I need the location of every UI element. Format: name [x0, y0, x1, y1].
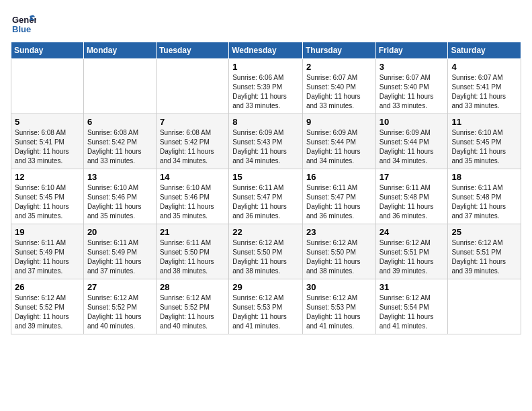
calendar-cell: 29Sunrise: 6:12 AM Sunset: 5:53 PM Dayli…: [229, 279, 303, 334]
weekday-header: Monday: [83, 42, 156, 59]
day-number: 4: [451, 62, 517, 72]
cell-details: Sunrise: 6:12 AM Sunset: 5:50 PM Dayligh…: [232, 238, 299, 276]
weekday-header: Sunday: [11, 42, 84, 59]
day-number: 22: [232, 227, 299, 237]
logo: General Blue: [11, 11, 36, 36]
calendar-cell: 31Sunrise: 6:12 AM Sunset: 5:54 PM Dayli…: [375, 279, 448, 334]
weekday-header: Saturday: [448, 42, 521, 59]
cell-details: Sunrise: 6:11 AM Sunset: 5:48 PM Dayligh…: [380, 183, 445, 221]
day-number: 13: [87, 172, 152, 182]
calendar-cell: 28Sunrise: 6:12 AM Sunset: 5:52 PM Dayli…: [156, 279, 228, 334]
day-number: 21: [160, 227, 225, 237]
calendar-cell: [11, 59, 84, 114]
day-number: 16: [306, 172, 372, 182]
calendar-cell: 22Sunrise: 6:12 AM Sunset: 5:50 PM Dayli…: [229, 224, 303, 279]
day-number: 27: [87, 282, 152, 292]
cell-details: Sunrise: 6:06 AM Sunset: 5:39 PM Dayligh…: [232, 73, 299, 111]
day-number: 7: [160, 117, 225, 127]
cell-details: Sunrise: 6:08 AM Sunset: 5:42 PM Dayligh…: [87, 128, 152, 166]
page-header: General Blue: [11, 11, 521, 36]
calendar-cell: 12Sunrise: 6:10 AM Sunset: 5:45 PM Dayli…: [11, 169, 84, 224]
cell-details: Sunrise: 6:10 AM Sunset: 5:45 PM Dayligh…: [451, 128, 517, 166]
cell-details: Sunrise: 6:11 AM Sunset: 5:49 PM Dayligh…: [15, 238, 80, 276]
day-number: 25: [451, 227, 517, 237]
day-number: 8: [232, 117, 299, 127]
calendar-cell: 18Sunrise: 6:11 AM Sunset: 5:48 PM Dayli…: [448, 169, 521, 224]
day-number: 29: [232, 282, 299, 292]
day-number: 30: [306, 282, 372, 292]
cell-details: Sunrise: 6:12 AM Sunset: 5:53 PM Dayligh…: [232, 293, 299, 331]
day-number: 14: [160, 172, 225, 182]
cell-details: Sunrise: 6:11 AM Sunset: 5:49 PM Dayligh…: [87, 238, 152, 276]
calendar-cell: [156, 59, 228, 114]
calendar-cell: 4Sunrise: 6:07 AM Sunset: 5:41 PM Daylig…: [448, 59, 521, 114]
cell-details: Sunrise: 6:10 AM Sunset: 5:45 PM Dayligh…: [15, 183, 80, 221]
calendar-cell: 23Sunrise: 6:12 AM Sunset: 5:50 PM Dayli…: [302, 224, 375, 279]
calendar-week-row: 12Sunrise: 6:10 AM Sunset: 5:45 PM Dayli…: [11, 169, 521, 224]
calendar-cell: 17Sunrise: 6:11 AM Sunset: 5:48 PM Dayli…: [375, 169, 448, 224]
calendar-cell: 20Sunrise: 6:11 AM Sunset: 5:49 PM Dayli…: [83, 224, 156, 279]
calendar-cell: 5Sunrise: 6:08 AM Sunset: 5:41 PM Daylig…: [11, 114, 84, 169]
cell-details: Sunrise: 6:11 AM Sunset: 5:48 PM Dayligh…: [451, 183, 517, 221]
day-number: 20: [87, 227, 152, 237]
day-number: 5: [15, 117, 80, 127]
calendar-cell: 19Sunrise: 6:11 AM Sunset: 5:49 PM Dayli…: [11, 224, 84, 279]
cell-details: Sunrise: 6:07 AM Sunset: 5:41 PM Dayligh…: [451, 73, 517, 111]
weekday-header: Friday: [375, 42, 448, 59]
calendar-cell: 24Sunrise: 6:12 AM Sunset: 5:51 PM Dayli…: [375, 224, 448, 279]
day-number: 12: [15, 172, 80, 182]
calendar-week-row: 5Sunrise: 6:08 AM Sunset: 5:41 PM Daylig…: [11, 114, 521, 169]
cell-details: Sunrise: 6:10 AM Sunset: 5:46 PM Dayligh…: [160, 183, 225, 221]
cell-details: Sunrise: 6:08 AM Sunset: 5:41 PM Dayligh…: [15, 128, 80, 166]
day-number: 10: [380, 117, 445, 127]
cell-details: Sunrise: 6:09 AM Sunset: 5:44 PM Dayligh…: [306, 128, 372, 166]
calendar-week-row: 26Sunrise: 6:12 AM Sunset: 5:52 PM Dayli…: [11, 279, 521, 334]
day-number: 24: [380, 227, 445, 237]
calendar-cell: 3Sunrise: 6:07 AM Sunset: 5:40 PM Daylig…: [375, 59, 448, 114]
calendar-cell: 30Sunrise: 6:12 AM Sunset: 5:53 PM Dayli…: [302, 279, 375, 334]
calendar-cell: [83, 59, 156, 114]
day-number: 19: [15, 227, 80, 237]
calendar-cell: 14Sunrise: 6:10 AM Sunset: 5:46 PM Dayli…: [156, 169, 228, 224]
calendar-cell: 8Sunrise: 6:09 AM Sunset: 5:43 PM Daylig…: [229, 114, 303, 169]
cell-details: Sunrise: 6:07 AM Sunset: 5:40 PM Dayligh…: [306, 73, 372, 111]
weekday-header: Thursday: [302, 42, 375, 59]
cell-details: Sunrise: 6:09 AM Sunset: 5:43 PM Dayligh…: [232, 128, 299, 166]
day-number: 11: [451, 117, 517, 127]
weekday-header: Tuesday: [156, 42, 228, 59]
cell-details: Sunrise: 6:11 AM Sunset: 5:47 PM Dayligh…: [232, 183, 299, 221]
calendar-cell: 27Sunrise: 6:12 AM Sunset: 5:52 PM Dayli…: [83, 279, 156, 334]
cell-details: Sunrise: 6:11 AM Sunset: 5:47 PM Dayligh…: [306, 183, 372, 221]
calendar-cell: [448, 279, 521, 334]
cell-details: Sunrise: 6:07 AM Sunset: 5:40 PM Dayligh…: [380, 73, 445, 111]
day-number: 3: [380, 62, 445, 72]
day-number: 28: [160, 282, 225, 292]
cell-details: Sunrise: 6:10 AM Sunset: 5:46 PM Dayligh…: [87, 183, 152, 221]
day-number: 15: [232, 172, 299, 182]
calendar-cell: 2Sunrise: 6:07 AM Sunset: 5:40 PM Daylig…: [302, 59, 375, 114]
day-number: 9: [306, 117, 372, 127]
calendar-cell: 21Sunrise: 6:11 AM Sunset: 5:50 PM Dayli…: [156, 224, 228, 279]
cell-details: Sunrise: 6:11 AM Sunset: 5:50 PM Dayligh…: [160, 238, 225, 276]
calendar-cell: 11Sunrise: 6:10 AM Sunset: 5:45 PM Dayli…: [448, 114, 521, 169]
svg-text:Blue: Blue: [12, 24, 31, 34]
calendar-cell: 26Sunrise: 6:12 AM Sunset: 5:52 PM Dayli…: [11, 279, 84, 334]
day-number: 1: [232, 62, 299, 72]
cell-details: Sunrise: 6:12 AM Sunset: 5:52 PM Dayligh…: [87, 293, 152, 331]
day-number: 26: [15, 282, 80, 292]
day-number: 6: [87, 117, 152, 127]
calendar-cell: 13Sunrise: 6:10 AM Sunset: 5:46 PM Dayli…: [83, 169, 156, 224]
calendar-header-row: SundayMondayTuesdayWednesdayThursdayFrid…: [11, 42, 521, 59]
cell-details: Sunrise: 6:08 AM Sunset: 5:42 PM Dayligh…: [160, 128, 225, 166]
calendar-week-row: 1Sunrise: 6:06 AM Sunset: 5:39 PM Daylig…: [11, 59, 521, 114]
calendar-week-row: 19Sunrise: 6:11 AM Sunset: 5:49 PM Dayli…: [11, 224, 521, 279]
calendar-cell: 6Sunrise: 6:08 AM Sunset: 5:42 PM Daylig…: [83, 114, 156, 169]
day-number: 2: [306, 62, 372, 72]
calendar-cell: 9Sunrise: 6:09 AM Sunset: 5:44 PM Daylig…: [302, 114, 375, 169]
cell-details: Sunrise: 6:09 AM Sunset: 5:44 PM Dayligh…: [380, 128, 445, 166]
calendar-cell: 16Sunrise: 6:11 AM Sunset: 5:47 PM Dayli…: [302, 169, 375, 224]
logo-icon: General Blue: [11, 11, 36, 36]
cell-details: Sunrise: 6:12 AM Sunset: 5:53 PM Dayligh…: [306, 293, 372, 331]
calendar-cell: 25Sunrise: 6:12 AM Sunset: 5:51 PM Dayli…: [448, 224, 521, 279]
calendar-cell: 15Sunrise: 6:11 AM Sunset: 5:47 PM Dayli…: [229, 169, 303, 224]
